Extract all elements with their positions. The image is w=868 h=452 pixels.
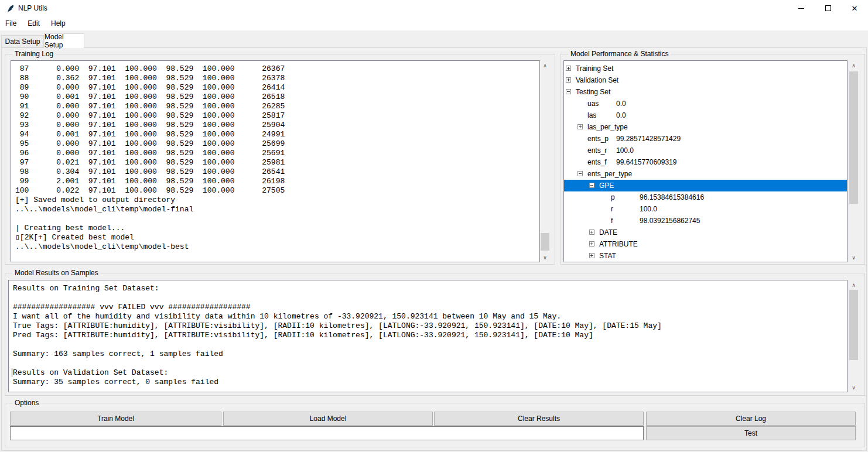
scroll-down-icon[interactable]: ∨ bbox=[849, 252, 859, 262]
results-title: Model Results on Samples bbox=[12, 269, 101, 277]
tree-row[interactable]: ATTRIBUTE bbox=[564, 238, 847, 250]
tree-row[interactable]: DATE bbox=[564, 227, 847, 238]
text-cursor bbox=[12, 368, 12, 377]
menu-item-file[interactable]: File bbox=[4, 18, 18, 29]
window-title: NLP Utils bbox=[18, 4, 47, 12]
tree-key: Training Set bbox=[576, 63, 613, 74]
training-log-scrollbar[interactable]: ∧ ∨ bbox=[540, 60, 550, 262]
training-log-textarea[interactable]: 87 0.000 97.101 100.000 98.529 100.000 2… bbox=[11, 60, 540, 262]
close-icon: ✕ bbox=[852, 4, 858, 13]
tree-key: p bbox=[611, 191, 615, 203]
training-log-title: Training Log bbox=[12, 50, 56, 58]
scroll-up-icon[interactable]: ∧ bbox=[540, 60, 550, 70]
minimize-button[interactable] bbox=[788, 0, 815, 16]
tree-key: Testing Set bbox=[576, 86, 610, 98]
tree-row[interactable]: ents_f99.6415770609319 bbox=[564, 156, 847, 168]
collapse-icon[interactable] bbox=[566, 89, 571, 94]
tree-value: 100.0 bbox=[616, 145, 634, 156]
minimize-icon bbox=[798, 8, 804, 9]
tree-key: ents_f bbox=[587, 156, 607, 168]
close-button[interactable]: ✕ bbox=[841, 0, 868, 16]
results-textarea[interactable]: Results on Training Set Dataset: #######… bbox=[8, 280, 848, 392]
tree-row[interactable]: ents_p99.28571428571429 bbox=[564, 133, 847, 145]
scroll-thumb[interactable] bbox=[541, 233, 549, 251]
expand-icon[interactable] bbox=[566, 66, 571, 71]
clear-log-button[interactable]: Clear Log bbox=[646, 412, 856, 426]
tree-key: las bbox=[587, 109, 596, 121]
menu-item-help[interactable]: Help bbox=[50, 18, 67, 29]
tree-key: f bbox=[611, 215, 613, 227]
tree-key: r bbox=[611, 203, 613, 215]
scroll-thumb[interactable] bbox=[849, 290, 858, 360]
tree-row[interactable]: GPE bbox=[564, 180, 847, 191]
tree-row[interactable]: ents_r100.0 bbox=[564, 145, 847, 156]
scroll-up-icon[interactable]: ∧ bbox=[849, 60, 859, 70]
tree-row[interactable]: f98.0392156862745 bbox=[564, 215, 847, 227]
test-button[interactable]: Test bbox=[646, 426, 856, 440]
options-title: Options bbox=[12, 399, 41, 407]
expand-icon[interactable] bbox=[589, 253, 594, 258]
train-model-button[interactable]: Train Model bbox=[10, 412, 221, 426]
feather-icon bbox=[6, 4, 15, 13]
results-text: Results on Training Set Dataset: #######… bbox=[9, 280, 847, 387]
tree-row[interactable]: p96.15384615384616 bbox=[564, 191, 847, 203]
performance-tree[interactable]: Training SetValidation SetTesting Setuas… bbox=[563, 60, 848, 262]
expand-icon[interactable] bbox=[577, 124, 583, 129]
tree-row[interactable]: las0.0 bbox=[564, 109, 847, 121]
tree-row[interactable]: ents_per_type bbox=[564, 168, 847, 180]
training-log-text: 87 0.000 97.101 100.000 98.529 100.000 2… bbox=[11, 61, 539, 252]
expand-icon[interactable] bbox=[589, 241, 594, 246]
performance-scrollbar[interactable]: ∧ ∨ bbox=[849, 60, 859, 262]
tab-model-setup[interactable]: Model Setup bbox=[44, 33, 84, 48]
tree-key: Validation Set bbox=[576, 74, 618, 86]
tree-key: DATE bbox=[599, 227, 617, 238]
tree-row[interactable]: las_per_type bbox=[564, 121, 847, 133]
tree-key: ents_per_type bbox=[587, 168, 632, 180]
clear-results-button[interactable]: Clear Results bbox=[434, 412, 644, 426]
tree-value: 100.0 bbox=[640, 203, 657, 215]
scroll-down-icon[interactable]: ∨ bbox=[849, 382, 859, 392]
expand-icon[interactable] bbox=[589, 230, 594, 235]
title-bar: NLP Utils ✕ bbox=[0, 0, 868, 16]
tree-value: 0.0 bbox=[616, 98, 626, 109]
tree-key: ents_p bbox=[587, 133, 609, 145]
tree-key: uas bbox=[587, 98, 599, 109]
performance-title: Model Performance & Statistics bbox=[568, 50, 671, 58]
tree-row[interactable]: r100.0 bbox=[564, 203, 847, 215]
tree-key: ents_r bbox=[587, 145, 607, 156]
tree-row[interactable]: Testing Set bbox=[564, 86, 847, 98]
scroll-thumb[interactable] bbox=[849, 71, 858, 204]
test-sample-input[interactable] bbox=[10, 426, 644, 440]
results-scrollbar[interactable]: ∧ ∨ bbox=[849, 280, 859, 392]
menu-item-edit[interactable]: Edit bbox=[26, 18, 41, 29]
tree-row[interactable]: STAT bbox=[564, 250, 847, 262]
tree-value: 99.28571428571429 bbox=[616, 133, 681, 145]
tree-value: 99.6415770609319 bbox=[616, 156, 676, 168]
tree-value: 0.0 bbox=[616, 109, 626, 121]
load-model-button[interactable]: Load Model bbox=[223, 412, 433, 426]
collapse-icon[interactable] bbox=[589, 183, 594, 188]
maximize-button[interactable] bbox=[815, 0, 842, 16]
tree-value: 96.15384615384616 bbox=[640, 191, 704, 203]
tree-row[interactable]: uas0.0 bbox=[564, 98, 847, 109]
maximize-icon bbox=[825, 5, 831, 11]
expand-icon[interactable] bbox=[566, 77, 571, 83]
scroll-down-icon[interactable]: ∨ bbox=[540, 252, 550, 262]
collapse-icon[interactable] bbox=[577, 171, 583, 176]
menu-bar: FileEditHelp bbox=[0, 16, 868, 30]
tab-data-setup[interactable]: Data Setup bbox=[1, 35, 44, 47]
tree-key: las_per_type bbox=[587, 121, 628, 133]
tree-row[interactable]: Validation Set bbox=[564, 74, 847, 86]
scroll-up-icon[interactable]: ∧ bbox=[849, 280, 859, 290]
tree-key: ATTRIBUTE bbox=[599, 238, 638, 250]
tree-row[interactable]: Training Set bbox=[564, 63, 847, 74]
tree-key: GPE bbox=[599, 180, 614, 191]
tree-value: 98.0392156862745 bbox=[640, 215, 700, 227]
tree-key: STAT bbox=[599, 250, 616, 262]
